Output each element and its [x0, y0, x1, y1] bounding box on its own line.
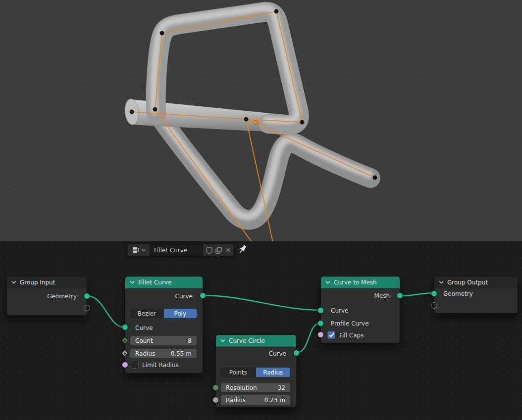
- socket-curve-output[interactable]: [293, 350, 300, 356]
- socket-geometry-output[interactable]: [84, 293, 90, 299]
- mode-radius-button[interactable]: Radius: [256, 368, 291, 377]
- node-group-input[interactable]: Group Input Geometry: [6, 276, 87, 316]
- node-title: Curve to Mesh: [334, 279, 377, 286]
- mode-poly-button[interactable]: Poly: [164, 309, 197, 318]
- input-curve-label: Curve: [135, 324, 153, 332]
- chevron-down-icon: [142, 249, 146, 252]
- collapse-chevron-icon[interactable]: [325, 280, 330, 284]
- viewport-scene: [0, 0, 522, 241]
- node-fillet-curve[interactable]: Fillet Curve Curve Bezier Poly Curve Cou…: [125, 276, 203, 373]
- circle-radius-field[interactable]: Radius 0.23 m: [221, 395, 290, 405]
- link-curvetomesh-groupoutput: [401, 293, 435, 296]
- mode-bezier-button[interactable]: Bezier: [130, 309, 163, 318]
- count-field[interactable]: Count 8: [130, 336, 197, 345]
- node-curve-circle[interactable]: Curve Circle Curve Points Radius Resolut…: [215, 334, 297, 408]
- node-curve-to-mesh-header[interactable]: Curve to Mesh: [321, 277, 400, 288]
- collapse-chevron-icon[interactable]: [220, 339, 225, 342]
- node-title: Group Input: [20, 279, 55, 286]
- node-group-output-header[interactable]: Group Output: [434, 277, 518, 288]
- collapse-chevron-icon[interactable]: [130, 280, 135, 284]
- node-group-input-header[interactable]: Group Input: [7, 277, 87, 288]
- output-curve-label: Curve: [175, 292, 193, 300]
- link-filletcurve-curvetomesh: [204, 295, 320, 310]
- collapse-chevron-icon[interactable]: [11, 280, 16, 284]
- node-curve-to-mesh[interactable]: Curve to Mesh Mesh Curve Profile Curve F…: [320, 276, 400, 343]
- close-icon[interactable]: [225, 247, 231, 253]
- node-tree-icon: [132, 246, 141, 254]
- socket-virtual-input[interactable]: [431, 302, 437, 309]
- collapse-chevron-icon[interactable]: [439, 280, 444, 284]
- socket-circle-radius-input[interactable]: [212, 397, 219, 403]
- count-value: 8: [188, 337, 192, 344]
- output-mesh-label: Mesh: [374, 292, 390, 300]
- socket-curve-input[interactable]: [122, 324, 128, 330]
- radius-value: 0.55 m: [171, 350, 192, 357]
- circle-radius-label: Radius: [226, 397, 246, 404]
- socket-mesh-output[interactable]: [397, 292, 403, 299]
- socket-virtual-output[interactable]: [84, 305, 90, 311]
- viewport-3d[interactable]: [0, 0, 522, 242]
- socket-limit-radius-input[interactable]: [122, 362, 128, 368]
- radius-field[interactable]: Radius 0.55 m: [130, 349, 197, 358]
- socket-curve-input[interactable]: [317, 307, 324, 314]
- node-title: Group Output: [447, 279, 488, 286]
- pin-icon[interactable]: [237, 244, 248, 256]
- input-geometry-label: Geometry: [443, 290, 473, 298]
- node-group-output[interactable]: Group Output Geometry: [434, 276, 518, 314]
- input-profile-curve-label: Profile Curve: [331, 320, 369, 327]
- circle-mode-segmented: Points Radius: [221, 368, 290, 377]
- resolution-value: 32: [278, 384, 285, 391]
- node-title: Curve Circle: [229, 337, 265, 344]
- object-origin-dot: [254, 120, 258, 124]
- output-geometry-label: Geometry: [47, 292, 77, 300]
- fill-caps-checkbox[interactable]: [327, 331, 335, 339]
- node-title: Fillet Curve: [138, 279, 171, 286]
- count-label: Count: [135, 337, 153, 344]
- checkmark-icon: [328, 332, 335, 338]
- socket-fill-caps-input[interactable]: [317, 331, 324, 338]
- output-curve-label: Curve: [269, 350, 286, 358]
- duplicate-icon[interactable]: [215, 246, 222, 254]
- tree-action-buttons: [203, 244, 234, 256]
- geometry-node-editor[interactable]: Fillet Curve: [0, 242, 522, 420]
- node-fillet-curve-header[interactable]: Fillet Curve: [125, 277, 203, 288]
- input-curve-label: Curve: [331, 307, 348, 315]
- node-tree-selector: Fillet Curve: [127, 244, 234, 256]
- socket-geometry-input[interactable]: [431, 290, 437, 297]
- shield-icon[interactable]: [206, 246, 213, 254]
- radius-label: Radius: [135, 350, 155, 357]
- node-tree-name-field[interactable]: Fillet Curve: [150, 244, 203, 256]
- limit-radius-label: Limit Radius: [142, 361, 179, 369]
- resolution-label: Resolution: [226, 384, 257, 391]
- mode-points-button[interactable]: Points: [221, 368, 256, 377]
- socket-resolution-input[interactable]: [212, 384, 219, 391]
- node-tree-type-button[interactable]: [127, 244, 150, 256]
- resolution-field[interactable]: Resolution 32: [221, 383, 290, 392]
- fillet-mode-segmented: Bezier Poly: [130, 309, 197, 318]
- link-curvecircle-profilecurve: [297, 323, 320, 353]
- circle-radius-value: 0.23 m: [264, 397, 285, 404]
- socket-curve-output[interactable]: [200, 292, 206, 299]
- fill-caps-label: Fill Caps: [339, 331, 364, 339]
- node-curve-circle-header[interactable]: Curve Circle: [216, 335, 296, 347]
- blender-window: Fillet Curve: [0, 0, 522, 420]
- limit-radius-checkbox[interactable]: [131, 361, 139, 369]
- link-groupinput-filletcurve: [87, 296, 125, 327]
- socket-profile-curve-input[interactable]: [317, 320, 324, 327]
